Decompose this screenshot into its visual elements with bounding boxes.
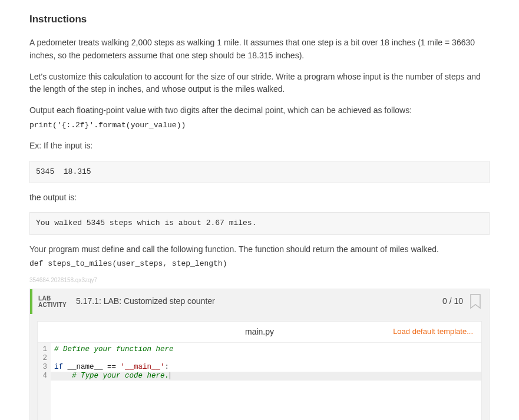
editor-tab-bar: main.py Load default template... bbox=[38, 322, 481, 343]
lab-title: 5.17.1: LAB: Customized step counter bbox=[72, 295, 442, 308]
function-signature: def steps_to_miles(user_steps, step_leng… bbox=[29, 259, 227, 268]
lab-score: 0 / 10 bbox=[442, 295, 463, 308]
example-intro: Ex: If the input is: bbox=[29, 140, 490, 153]
output-format-intro: Output each floating-point value with tw… bbox=[29, 104, 490, 117]
text-cursor bbox=[170, 372, 170, 379]
code-editor[interactable]: 1 2 3 4 # Define your function here if _… bbox=[38, 343, 481, 420]
lab-activity-tag: LAB ACTIVITY bbox=[32, 292, 72, 312]
input-example-block: 5345 18.315 bbox=[29, 161, 490, 183]
function-def-intro: Your program must define and call the fo… bbox=[29, 243, 490, 256]
watermark-id: 354684.2028158.qx3zqy7 bbox=[29, 276, 490, 285]
file-tab-main[interactable]: main.py bbox=[245, 326, 274, 339]
instructions-para-2: Let's customize this calculation to acco… bbox=[29, 71, 490, 96]
print-example-code: print('{:.2f}'.format(your_value)) bbox=[29, 121, 186, 130]
load-default-template-link[interactable]: Load default template... bbox=[393, 326, 473, 338]
lab-header: LAB ACTIVITY 5.17.1: LAB: Customized ste… bbox=[30, 289, 489, 314]
lab-activity-box: LAB ACTIVITY 5.17.1: LAB: Customized ste… bbox=[29, 289, 490, 420]
output-example-block: You walked 5345 steps which is about 2.6… bbox=[29, 212, 490, 234]
bookmark-icon[interactable] bbox=[469, 293, 482, 310]
line-number-gutter: 1 2 3 4 bbox=[38, 343, 51, 420]
instructions-heading: Instructions bbox=[29, 12, 490, 27]
code-editor-area: main.py Load default template... 1 2 3 4… bbox=[37, 321, 482, 420]
output-intro: the output is: bbox=[29, 191, 490, 204]
instructions-para-1: A pedometer treats walking 2,000 steps a… bbox=[29, 37, 490, 62]
code-content[interactable]: # Define your function here if __name__ … bbox=[51, 343, 481, 420]
